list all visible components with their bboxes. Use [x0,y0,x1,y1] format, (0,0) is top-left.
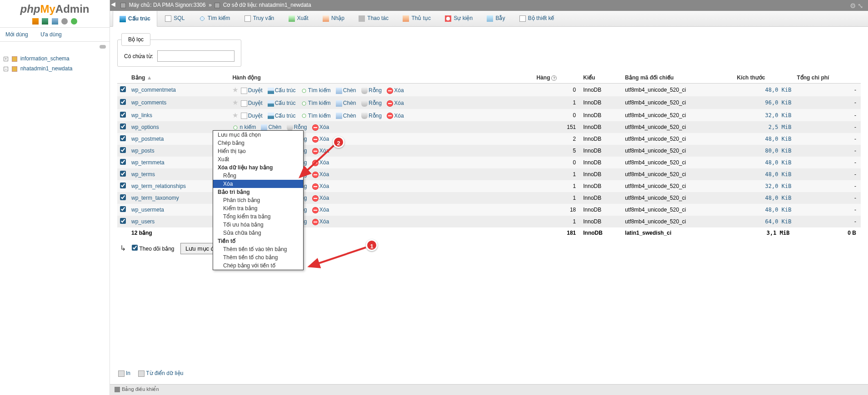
action-empty[interactable]: Rỗng [361,100,382,106]
action-insert[interactable]: Chèn [261,124,281,130]
action-structure[interactable]: Cấu trúc [268,113,296,119]
table-name[interactable]: wp_term_taxonomy [131,195,179,201]
ctx-copy-prefix[interactable]: Chép bảng với tiền tố [213,262,303,270]
ctx-export[interactable]: Xuất [213,155,303,163]
action-browse[interactable]: Duyệt [241,113,263,119]
track-checkbox[interactable] [132,245,138,251]
db-item-information-schema[interactable]: + information_schema [3,54,107,64]
ctx-checksum[interactable]: Tổng kiểm tra bảng [213,212,303,221]
action-drop[interactable]: Xóa [312,183,329,189]
expand-icon[interactable]: + [4,57,8,61]
ctx-save[interactable]: Lưu mục đã chọn [213,131,303,139]
table-name[interactable]: wp_terms [131,171,155,178]
table-name[interactable]: wp_termmeta [131,159,165,166]
table-name[interactable]: wp_postmeta [131,136,164,142]
action-structure[interactable]: Cấu trúc [268,100,296,106]
phpmyadmin-logo[interactable]: phpMyAdmin [0,0,110,16]
collapse-icon[interactable] [100,45,106,49]
navsettings-icon[interactable] [61,18,68,25]
action-empty[interactable]: Rỗng [361,113,382,119]
row-checkbox[interactable] [120,123,126,129]
action-insert[interactable]: Chèn [336,100,356,106]
action-empty[interactable]: Rỗng [287,124,307,130]
col-type[interactable]: Kiểu [580,72,622,84]
filter-input[interactable] [157,50,234,62]
row-checkbox[interactable] [120,99,126,105]
ctx-empty[interactable]: Rỗng [213,172,303,180]
ctx-replace-prefix[interactable]: Thêm tiền tố cho bảng [213,253,303,262]
tab-routines[interactable]: Thủ tục [396,11,437,26]
col-overhead[interactable]: Tổng chi phí [794,72,861,84]
action-drop[interactable]: Xóa [312,207,329,213]
ctx-add-prefix[interactable]: Thêm tiền tố vào tên bảng [213,245,303,253]
action-drop[interactable]: Xóa [312,124,329,130]
table-name[interactable]: wp_options [131,124,159,130]
table-name[interactable]: wp_term_relationships [131,183,186,189]
reload-icon[interactable] [71,18,77,25]
row-checkbox[interactable] [120,135,126,141]
tab-import[interactable]: Nhập [316,11,351,26]
action-drop[interactable]: Xóa [312,159,329,166]
docs-icon[interactable] [52,18,58,25]
row-checkbox[interactable] [120,159,126,165]
nav-back-icon[interactable]: ⯇ [111,2,117,8]
row-checkbox[interactable] [120,147,126,153]
table-name[interactable]: wp_posts [131,148,155,154]
tab-structure[interactable]: Cấu trúc [113,10,157,27]
action-browse[interactable]: Duyệt [241,87,263,94]
tab-designer[interactable]: Bộ thiết kế [513,11,561,26]
action-empty[interactable]: Rỗng [361,87,382,94]
action-drop[interactable]: Xóa [312,136,329,142]
action-drop[interactable]: Xóa [387,100,404,106]
row-checkbox[interactable] [120,112,126,118]
favorite-icon[interactable]: ★ [232,86,239,93]
table-name[interactable]: wp_commentmeta [131,87,176,93]
table-name[interactable]: wp_usermeta [131,207,164,213]
tab-events[interactable]: Sự kiện [439,11,479,26]
row-checkbox[interactable] [120,171,126,177]
tab-query[interactable]: Truy vấn [238,11,281,26]
col-collation[interactable]: Bảng mã đối chiếu [622,72,734,84]
print-link[interactable]: In [118,370,130,376]
favorite-icon[interactable]: ★ [232,99,239,105]
tab-operations[interactable]: Thao tác [352,11,395,26]
db-item-nhatadmin1-newdata[interactable]: − nhatadmin1_newdata [3,64,107,74]
action-drop[interactable]: Xóa [312,195,329,201]
action-drop[interactable]: Xóa [387,87,404,94]
tab-sql[interactable]: SQL [159,11,191,26]
ctx-show-create[interactable]: Hiển thị tạo [213,147,303,155]
page-settings-icon[interactable]: ⚙ [850,2,856,10]
favorites-tab[interactable]: Ưa dùng [35,28,67,41]
row-checkbox[interactable] [120,206,126,212]
action-search[interactable]: n kiếm [232,124,256,130]
col-size[interactable]: Kích thước [734,72,794,84]
breadcrumb-server[interactable]: DA PMA Signon:3306 [153,2,205,8]
action-browse[interactable]: Duyệt [241,100,263,106]
action-insert[interactable]: Chèn [336,87,356,94]
favorite-icon[interactable]: ★ [232,111,239,118]
action-drop[interactable]: Xóa [312,148,329,154]
row-checkbox[interactable] [120,86,126,92]
console-bar[interactable]: Bảng điều khiển [110,384,868,395]
action-drop[interactable]: Xóa [387,113,404,119]
ctx-check[interactable]: Kiểm tra bảng [213,204,303,212]
logout-icon[interactable] [42,18,48,25]
ctx-analyze[interactable]: Phân tích bảng [213,196,303,204]
ctx-drop[interactable]: Xóa [213,180,303,188]
page-collapse-icon[interactable]: ⤡ [858,2,863,10]
row-checkbox[interactable] [120,183,126,188]
action-drop[interactable]: Xóa [312,218,329,225]
action-structure[interactable]: Cấu trúc [268,87,296,94]
collapse-db-icon[interactable]: − [4,67,8,71]
home-icon[interactable] [32,18,39,25]
tab-search[interactable]: Tìm kiếm [193,11,237,26]
action-insert[interactable]: Chèn [336,113,356,119]
data-dictionary-link[interactable]: Từ điển dữ liệu [138,370,183,376]
ctx-optimize[interactable]: Tối ưu hóa bảng [213,221,303,229]
row-checkbox[interactable] [120,194,126,200]
breadcrumb-db[interactable]: nhatadmin1_newdata [259,2,311,8]
ctx-repair[interactable]: Sửa chữa bảng [213,229,303,237]
action-search[interactable]: Tìm kiếm [301,100,331,106]
recent-tab[interactable]: Mới dùng [0,28,34,41]
row-checkbox[interactable] [120,218,126,224]
